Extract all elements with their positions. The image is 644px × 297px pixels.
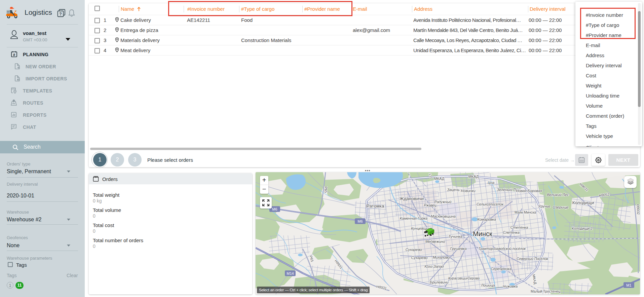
svg-text:Каменная Горка: Каменная Горка — [400, 216, 427, 220]
svg-text:М1: М1 — [626, 283, 631, 287]
svg-text:Р65: Р65 — [324, 187, 328, 193]
svg-text:Уручье: Уручье — [538, 204, 551, 208]
svg-text:Сельхозпосёлок: Сельхозпосёлок — [477, 202, 504, 206]
svg-text:Великий Лес: Великий Лес — [547, 193, 569, 197]
svg-text:Сухарево: Сухарево — [411, 256, 428, 260]
svg-text:МКАД: МКАД — [468, 175, 479, 179]
svg-text:#: # — [13, 53, 15, 57]
svg-text:Минск: Минск — [473, 230, 492, 237]
svg-text:М14: М14 — [287, 271, 294, 275]
svg-text:Юго-Запад: Юго-Запад — [424, 264, 444, 268]
svg-text:Тракторозаводской посёлок: Тракторозаводской посёлок — [479, 247, 526, 251]
svg-text:Тучинка: Тучинка — [448, 234, 462, 238]
svg-text:Сухарево: Сухарево — [406, 248, 422, 252]
svg-text:Северный Посёлок: Северный Посёлок — [517, 257, 548, 261]
svg-text:Новинки: Новинки — [461, 189, 475, 193]
svg-text:Чижовка: Чижовка — [503, 284, 518, 288]
svg-text:Брилевичи: Брилевичи — [430, 280, 448, 284]
svg-text:Серебрянка: Серебрянка — [491, 267, 512, 271]
svg-text:Ратомка: Ратомка — [367, 203, 384, 209]
svg-text:Малый Тростенец: Малый Тростенец — [531, 289, 560, 293]
svg-text:Грушевка: Грушевка — [450, 247, 466, 251]
svg-text:Колодищи 2: Колодищи 2 — [572, 226, 593, 230]
svg-text:Зацень: Зацень — [447, 188, 459, 192]
svg-text:Лошица: Лошица — [481, 283, 495, 287]
svg-text:Медвежино: Медвежино — [425, 239, 445, 244]
svg-text:Цна: Цна — [488, 181, 494, 185]
svg-text:Слепянка: Слепянка — [503, 230, 520, 234]
svg-text:Н9032: Н9032 — [636, 204, 640, 215]
svg-text:МКАД: МКАД — [434, 177, 445, 181]
svg-text:Колодищи: Колодищи — [572, 200, 594, 205]
svg-text:Новая Боровая: Новая Боровая — [516, 189, 542, 193]
svg-text:Комаровка: Комаровка — [477, 217, 496, 221]
svg-text:Масюковщина: Масюковщина — [431, 214, 456, 218]
svg-text:М6: М6 — [272, 207, 277, 211]
svg-text:?: ? — [59, 12, 62, 16]
svg-text:Ждановичи: Ждановичи — [400, 196, 424, 201]
svg-text:Серова: Серова — [467, 276, 480, 280]
svg-text:Маяк Минска: Маяк Минска — [515, 210, 536, 214]
svg-text:М6: М6 — [357, 219, 363, 223]
svg-text:Озерище: Озерище — [553, 205, 568, 209]
svg-text:Степянка: Степянка — [510, 225, 528, 229]
svg-text:Радужный: Радужный — [434, 200, 452, 204]
svg-text:Михалово: Михалово — [433, 255, 450, 259]
